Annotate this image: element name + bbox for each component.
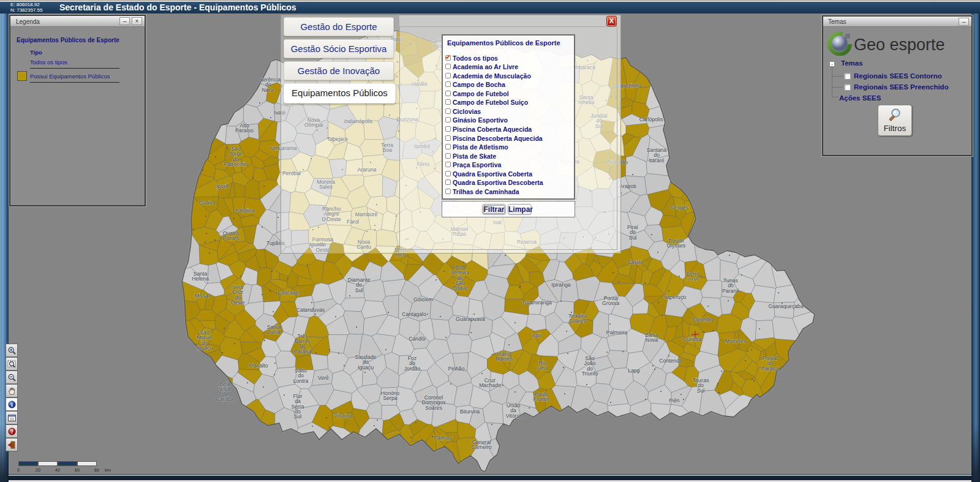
- svg-text:DoutorUlysses: DoutorUlysses: [667, 238, 686, 249]
- svg-text:CerroAzul: CerroAzul: [686, 271, 699, 282]
- svg-text:VeraCruzdoOeste: VeraCruzdoOeste: [230, 284, 244, 306]
- svg-text:PauloFrontin: PauloFrontin: [533, 391, 549, 402]
- svg-text:Bituruna: Bituruna: [460, 409, 480, 415]
- svg-text:Curitiba: Curitiba: [683, 336, 701, 342]
- svg-text:Iporã: Iporã: [216, 183, 228, 189]
- svg-text:Castro: Castro: [627, 259, 643, 265]
- svg-text:Itaperuçu: Itaperuçu: [664, 294, 686, 300]
- svg-text:InácioMartins: InácioMartins: [496, 351, 513, 362]
- svg-text:Morretes: Morretes: [725, 338, 747, 344]
- svg-text:Goioxim: Goioxim: [413, 296, 433, 303]
- svg-text:Lapa: Lapa: [628, 367, 639, 374]
- svg-text:Palmas: Palmas: [434, 435, 453, 441]
- svg-text:Pinhão: Pinhão: [448, 366, 464, 372]
- svg-text:Contenda: Contenda: [659, 358, 682, 364]
- svg-text:Ipiranga: Ipiranga: [551, 282, 571, 288]
- svg-text:Verê: Verê: [318, 375, 329, 381]
- svg-text:Guamiranga: Guamiranga: [522, 299, 552, 306]
- svg-text:Vitorino: Vitorino: [334, 413, 352, 419]
- svg-text:GeneralCarneiro: GeneralCarneiro: [471, 439, 491, 450]
- svg-text:RioAzul: RioAzul: [538, 360, 548, 371]
- svg-text:Arapoti: Arapoti: [619, 183, 636, 189]
- svg-text:Planalto: Planalto: [249, 363, 268, 369]
- svg-text:Palmeira: Palmeira: [606, 329, 627, 336]
- svg-text:Carlópolis: Carlópolis: [639, 116, 663, 122]
- svg-text:TeixeiraSoares: TeixeiraSoares: [568, 313, 587, 324]
- svg-text:HonórioSerpa: HonórioSerpa: [381, 390, 400, 401]
- svg-text:PontaGrossa: PontaGrossa: [602, 295, 619, 306]
- svg-text:?: ?: [10, 429, 13, 435]
- svg-text:Cascavel: Cascavel: [277, 290, 300, 296]
- svg-text:Colombo: Colombo: [692, 317, 714, 323]
- svg-text:Irati: Irati: [532, 333, 541, 339]
- svg-text:Palotina: Palotina: [235, 208, 255, 214]
- svg-text:Guaraqueçaba: Guaraqueçaba: [768, 303, 804, 309]
- svg-text:Missal: Missal: [195, 293, 210, 299]
- svg-text:BalsaNova: BalsaNova: [645, 332, 658, 343]
- svg-text:Piên: Piên: [669, 397, 680, 404]
- svg-text:Sengês: Sengês: [670, 205, 688, 211]
- svg-text:Candói: Candói: [409, 336, 426, 342]
- svg-text:QuatroPontes: QuatroPontes: [222, 230, 239, 241]
- svg-text:SantaLúcia: SantaLúcia: [267, 324, 281, 335]
- svg-text:Guarapuava: Guarapuava: [456, 316, 485, 322]
- svg-text:Guaíra: Guaíra: [199, 200, 216, 206]
- svg-text:SantaHelena: SantaHelena: [192, 271, 209, 282]
- svg-text:Cantagalo: Cantagalo: [402, 311, 426, 317]
- svg-text:Catanduvas: Catanduvas: [296, 307, 325, 313]
